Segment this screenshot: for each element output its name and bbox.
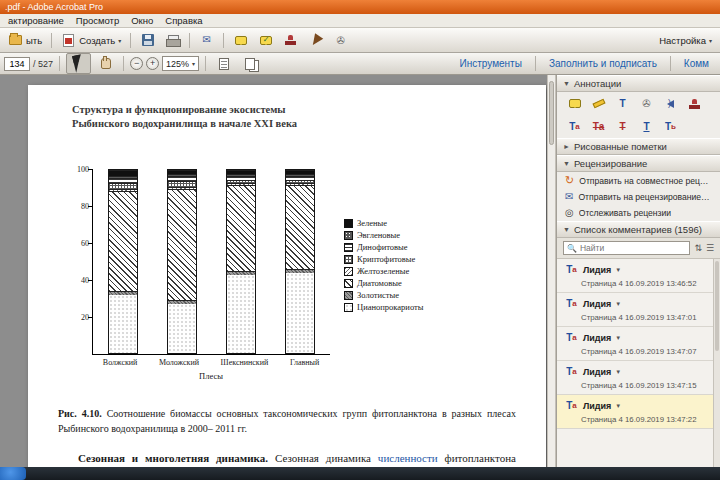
legend-swatch [344, 291, 353, 300]
fill-sign-panel-button[interactable]: Заполнить и подписать [542, 58, 664, 69]
document-scrollbar[interactable] [547, 75, 556, 467]
menu-window[interactable]: Окно [125, 15, 159, 26]
comment-item[interactable]: Та Лидия ▼ Страница 4 16.09.2019 13:47:1… [557, 361, 713, 395]
legend-swatch [344, 279, 353, 288]
review-section-header[interactable]: ▼ Рецензирование [557, 155, 720, 172]
create-button[interactable]: Создать ▾ [57, 31, 125, 50]
comment-panel: ▼ Аннотации T ✇ Та Та Т Т Ть ► Рисованны… [556, 75, 720, 467]
legend-label: Эвгленовые [357, 230, 400, 240]
send-shared-review-item[interactable]: ↻ Отправить на совместное рецензирование [557, 172, 720, 189]
single-page-view-button[interactable] [212, 54, 235, 73]
insert-text-icon[interactable]: Та [567, 119, 582, 134]
header-line-2: Рыбинского водохранилища в начале XXI ве… [72, 117, 516, 131]
comments-search-input[interactable] [580, 243, 686, 253]
os-taskbar[interactable] [0, 467, 720, 480]
replace-text-icon[interactable]: Та [591, 119, 606, 134]
document-view[interactable]: Структура и функционирование экосистемы … [0, 75, 547, 467]
open-button[interactable]: ыть [4, 31, 46, 50]
chevron-down-icon[interactable]: ▼ [615, 369, 621, 375]
comments-list[interactable]: Та Лидия ▼ Страница 4 16.09.2019 13:46:5… [557, 259, 713, 467]
sticky-note-button[interactable] [229, 31, 252, 50]
y-tick-mark [88, 206, 93, 207]
pen-nib-icon [308, 33, 323, 48]
sort-comments-icon[interactable]: ⇅ [694, 243, 702, 253]
scrollbar-thumb[interactable] [715, 261, 719, 351]
stamp-icon[interactable] [687, 96, 702, 111]
track-reviews-item[interactable]: ◎ Отслеживать рецензии [557, 205, 720, 221]
email-icon: ✉ [199, 33, 214, 48]
highlight-icon[interactable] [591, 96, 606, 111]
chevron-down-icon[interactable]: ▼ [615, 301, 621, 307]
zoom-out-button[interactable]: − [130, 57, 143, 70]
tools-panel-button[interactable]: Инструменты [453, 58, 529, 69]
comment-item-selected[interactable]: Та Лидия ▼ Страница 4 16.09.2019 13:47:2… [557, 395, 713, 429]
settings-button[interactable]: Настройка ▾ [655, 33, 716, 48]
chevron-down-icon: ▼ [563, 226, 570, 233]
separator [670, 56, 671, 71]
legend-label: Золотистые [357, 290, 399, 300]
single-page-icon [216, 56, 231, 71]
save-button[interactable] [136, 31, 159, 50]
comment-item[interactable]: Та Лидия ▼ Страница 4 16.09.2019 13:46:5… [557, 259, 713, 293]
annotated-word[interactable]: численности [378, 452, 438, 464]
drawing-markups-section-header[interactable]: ► Рисованные пометки [557, 138, 720, 155]
menu-help[interactable]: Справка [159, 15, 208, 26]
legend-swatch [344, 219, 353, 228]
separator [535, 56, 536, 71]
comments-list-section-header[interactable]: ▼ Список комментариев (1596) [557, 221, 720, 238]
legend-label: Желтозеленые [357, 266, 409, 276]
page-number-input[interactable] [4, 57, 30, 71]
window-title: .pdf - Adobe Acrobat Pro [5, 2, 103, 12]
send-email-review-item[interactable]: ✉ Отправить на рецензирование по эл. по.… [557, 189, 720, 205]
insert-text-icon: Та [564, 398, 579, 413]
filter-comments-icon[interactable]: ☰ [706, 243, 714, 253]
zoom-level-value: 125% [166, 59, 189, 69]
strikethrough-text-icon[interactable]: Т [615, 119, 630, 134]
chevron-down-icon[interactable]: ▼ [615, 403, 621, 409]
attach-file-icon[interactable]: ✇ [639, 96, 654, 111]
note-to-text-icon[interactable]: Ть [663, 119, 678, 134]
menu-edit[interactable]: актирование [2, 15, 70, 26]
email-button[interactable]: ✉ [195, 31, 218, 50]
hand-tool-button[interactable] [94, 54, 117, 73]
header-line-1: Структура и функционирование экосистемы [72, 103, 516, 117]
legend-item: Золотистые [344, 290, 423, 300]
comment-item[interactable]: Та Лидия ▼ Страница 4 16.09.2019 13:47:0… [557, 293, 713, 327]
start-button[interactable] [0, 467, 26, 480]
approve-comment-button[interactable] [254, 31, 277, 50]
attach-button[interactable]: ✇ [329, 31, 352, 50]
comments-search-row: 🔍 ⇅ ☰ [557, 238, 720, 259]
insert-text-icon: Та [564, 330, 579, 345]
legend-swatch [344, 231, 353, 240]
select-tool-button[interactable] [66, 53, 91, 74]
annotations-section-header[interactable]: ▼ Аннотации [557, 75, 720, 92]
comments-scrollbar[interactable] [713, 259, 720, 467]
underline-text-icon[interactable]: Т [639, 119, 654, 134]
title-bar[interactable]: .pdf - Adobe Acrobat Pro [0, 0, 720, 14]
record-audio-icon[interactable] [663, 96, 678, 111]
check-bubble-icon [258, 33, 273, 48]
comment-meta: Страница 4 16.09.2019 13:47:01 [581, 313, 706, 322]
chart-bars [93, 169, 330, 354]
legend-label: Цианопрокариоты [357, 302, 423, 312]
two-page-view-button[interactable] [238, 54, 261, 73]
print-button[interactable] [161, 31, 184, 50]
comment-author: Лидия [583, 265, 611, 275]
legend-swatch [344, 255, 353, 264]
signature-button[interactable] [304, 31, 327, 50]
comment-panel-button[interactable]: Комм [677, 58, 716, 69]
comments-search-box[interactable]: 🔍 [563, 241, 690, 255]
chevron-down-icon[interactable]: ▼ [615, 267, 621, 273]
zoom-level-select[interactable]: 125% ▾ [162, 56, 199, 71]
zoom-in-button[interactable]: + [146, 57, 159, 70]
folder-icon [8, 33, 23, 48]
chevron-down-icon[interactable]: ▼ [615, 335, 621, 341]
menu-view[interactable]: Просмотр [70, 15, 125, 26]
add-text-icon[interactable]: T [615, 96, 630, 111]
bar-segment [286, 273, 314, 354]
stamp-button[interactable] [279, 31, 302, 50]
sticky-note-icon [233, 33, 248, 48]
sticky-note-icon[interactable] [567, 96, 582, 111]
scrollbar-thumb[interactable] [549, 81, 554, 145]
comment-item[interactable]: Та Лидия ▼ Страница 4 16.09.2019 13:47:0… [557, 327, 713, 361]
